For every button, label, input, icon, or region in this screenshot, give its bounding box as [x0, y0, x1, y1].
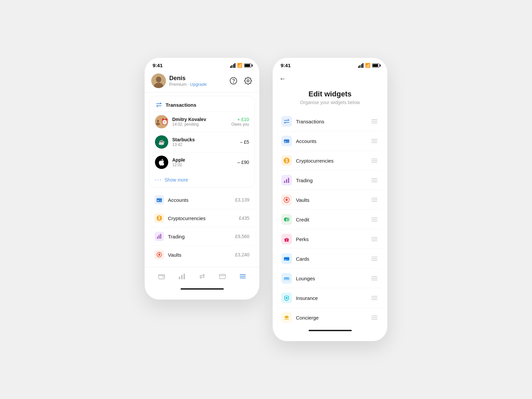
widget-vaults-icon: [281, 195, 292, 205]
time-display-2: 9:41: [281, 63, 291, 68]
svg-rect-50: [285, 278, 288, 279]
show-more-button[interactable]: ··· Show more: [150, 172, 254, 187]
home-indicator: [181, 288, 224, 290]
transactions-card: Transactions ⏰ Dmitry Kovalev 14:02, pen…: [149, 96, 255, 188]
drag-handle[interactable]: [370, 157, 379, 164]
widget-credit[interactable]: $ Credit: [277, 210, 383, 229]
drag-handle[interactable]: [370, 197, 379, 203]
drag-handle[interactable]: [370, 255, 379, 262]
txn-info: Apple 12:02: [172, 157, 233, 167]
edit-widgets-subtitle: Organise your widgets below: [279, 100, 381, 105]
phone-edit-widgets: 9:41 📶 ← Edit widgets Organise your widg…: [273, 58, 387, 341]
starbucks-avatar: ☕: [155, 135, 168, 149]
summary-crypto[interactable]: ₿ Cryptocurrencies £435: [149, 209, 255, 227]
drag-handle[interactable]: [370, 275, 379, 282]
widget-trading-label: Trading: [296, 178, 366, 183]
svg-point-5: [247, 80, 249, 82]
svg-rect-24: [179, 277, 180, 279]
widget-transactions-label: Transactions: [296, 119, 366, 124]
back-arrow-icon: ←: [279, 75, 286, 82]
user-plan: Premium · Upgrade: [169, 82, 207, 87]
tab-card[interactable]: [215, 271, 230, 283]
drag-handle[interactable]: [370, 314, 379, 321]
edit-title-section: Edit widgets Organise your widgets below: [273, 86, 387, 112]
settings-button[interactable]: [243, 76, 253, 85]
svg-point-40: [286, 199, 288, 201]
upgrade-link[interactable]: Upgrade: [190, 82, 207, 87]
drag-handle[interactable]: [370, 177, 379, 184]
summary-vaults[interactable]: Vaults £3,240: [149, 246, 255, 264]
apple-avatar: [155, 156, 168, 169]
help-button[interactable]: [229, 76, 238, 85]
svg-rect-36: [284, 181, 285, 183]
summary-accounts[interactable]: Accounts £3,139: [149, 191, 255, 209]
vaults-label: Vaults: [168, 252, 231, 258]
time-display: 9:41: [153, 63, 163, 68]
svg-text:☕: ☕: [158, 139, 165, 145]
widget-concierge-icon: [281, 312, 292, 323]
drag-handle[interactable]: [370, 236, 379, 242]
widget-insurance-icon: [281, 293, 292, 303]
svg-rect-12: [157, 199, 162, 200]
drag-handle[interactable]: [370, 216, 379, 223]
summary-trading[interactable]: Trading £9,560: [149, 227, 255, 246]
svg-rect-32: [284, 140, 289, 141]
txn-info: Dmitry Kovalev 14:02, pending: [172, 117, 227, 127]
drag-handle[interactable]: [370, 118, 379, 125]
tab-analytics[interactable]: [174, 271, 190, 283]
widget-lounges-icon: [281, 273, 292, 284]
widget-accounts[interactable]: Accounts: [277, 131, 383, 151]
phone-dashboard: 9:41 📶: [145, 58, 259, 300]
svg-rect-55: [284, 319, 289, 320]
widget-perks-label: Perks: [296, 236, 366, 242]
user-text: Denis Premium · Upgrade: [169, 75, 207, 87]
trading-value: £9,560: [235, 234, 249, 239]
wallet-icon: [158, 273, 165, 282]
transaction-item[interactable]: Apple 12:02 – £90: [150, 152, 254, 172]
tab-transfer[interactable]: [195, 271, 210, 283]
widget-list: Transactions Accounts: [273, 112, 387, 327]
svg-text:$: $: [286, 218, 288, 221]
status-icons-2: 📶: [358, 63, 380, 68]
widget-vaults[interactable]: Vaults: [277, 190, 383, 210]
widget-insurance[interactable]: Insurance: [277, 288, 383, 308]
status-bar: 9:41 📶: [145, 58, 259, 71]
svg-rect-48: [284, 258, 289, 259]
drag-handle[interactable]: [370, 138, 379, 144]
widget-crypto[interactable]: ₿ Cryptocurrencies: [277, 151, 383, 171]
person-avatar: ⏰: [155, 115, 168, 128]
pending-badge: ⏰: [161, 118, 168, 125]
svg-rect-11: [157, 198, 162, 202]
txn-amount: + £10 Owes you: [231, 117, 249, 127]
svg-rect-23: [163, 277, 164, 278]
svg-rect-25: [181, 275, 183, 279]
svg-text:₿: ₿: [286, 158, 288, 163]
widget-accounts-label: Accounts: [296, 138, 366, 144]
widget-lounges[interactable]: Lounges: [277, 269, 383, 288]
widget-cards-icon: [281, 253, 292, 264]
tab-menu[interactable]: [235, 271, 250, 283]
crypto-label: Cryptocurrencies: [168, 215, 235, 221]
widget-trading[interactable]: Trading: [277, 171, 383, 190]
widget-cards[interactable]: Cards: [277, 249, 383, 269]
widget-perks-icon: [281, 234, 292, 244]
signal-icon: [230, 63, 236, 68]
signal-icon-2: [358, 63, 364, 68]
svg-rect-13: [157, 200, 159, 201]
widget-crypto-icon: ₿: [281, 155, 292, 166]
transaction-item[interactable]: ⏰ Dmitry Kovalev 14:02, pending + £10 Ow…: [150, 112, 254, 132]
svg-point-7: [157, 120, 159, 122]
widget-perks[interactable]: Perks: [277, 229, 383, 249]
widget-concierge[interactable]: Concierge: [277, 308, 383, 327]
back-button[interactable]: ←: [273, 71, 387, 86]
transaction-item[interactable]: ☕ Starbucks 13:42 – £5: [150, 132, 254, 152]
transactions-header: Transactions: [150, 96, 254, 111]
tab-wallet[interactable]: [154, 271, 169, 283]
widget-insurance-label: Insurance: [296, 295, 366, 301]
accounts-icon: [155, 195, 164, 204]
svg-text:₿: ₿: [158, 216, 160, 220]
widget-transactions-icon: [281, 116, 292, 127]
drag-handle[interactable]: [370, 295, 379, 301]
svg-point-20: [158, 254, 160, 256]
widget-transactions[interactable]: Transactions: [277, 112, 383, 131]
